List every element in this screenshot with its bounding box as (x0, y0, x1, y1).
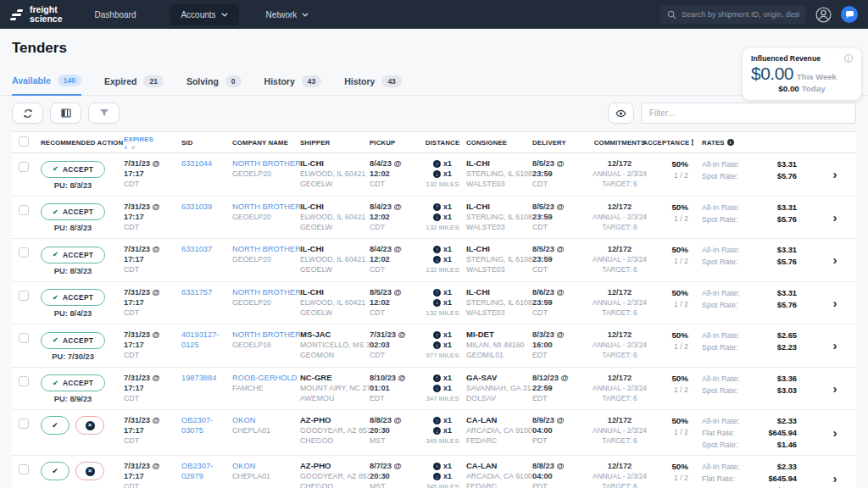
tab-history[interactable]: History 43 (264, 75, 322, 95)
row-checkbox[interactable] (19, 419, 29, 429)
eye-icon (615, 109, 626, 118)
row-checkbox[interactable] (19, 162, 29, 172)
company-link[interactable]: NORTH BROTHERS MA (232, 287, 300, 297)
rate-value: $5.76 (777, 256, 797, 268)
info-icon[interactable]: i (692, 139, 693, 146)
chevron-right-icon[interactable]: › (833, 472, 837, 485)
col-pickup[interactable]: PICKUP (370, 139, 419, 147)
chevron-right-icon[interactable]: › (833, 168, 837, 180)
chevron-right-icon[interactable]: › (833, 339, 837, 352)
rate-value: $1.46 (777, 439, 797, 451)
nav-accounts-label: Accounts (181, 10, 215, 19)
col-sid[interactable]: SID (181, 139, 232, 147)
col-commitments[interactable]: COMMITMENTS (590, 139, 649, 147)
row-expand-cell: › (814, 197, 856, 239)
tab-history-2[interactable]: History 43 (344, 75, 402, 95)
accept-button[interactable]: ✔ ACCEPT (41, 332, 105, 349)
reject-button[interactable]: × (75, 462, 104, 480)
company-link[interactable]: NORTH BROTHERS MA (232, 244, 300, 254)
accept-check-button[interactable]: ✔ (41, 462, 70, 480)
rate-value: $3.36 (777, 373, 797, 385)
chevron-right-icon[interactable]: › (833, 297, 837, 309)
company-link[interactable]: NORTH BROTHERS MA (232, 330, 300, 340)
sid-link[interactable]: 6331039 (181, 202, 232, 212)
sid-link[interactable]: 6331757 (181, 287, 232, 297)
row-checkbox[interactable] (19, 333, 29, 343)
chevron-right-icon[interactable]: › (833, 426, 837, 439)
accept-button[interactable]: ✔ ACCEPT (41, 289, 105, 306)
table-row[interactable]: ✔ ACCEPT PU: 8/3/23 ✔ × 7/31/23 @ 17:17 … (12, 153, 856, 197)
table-row[interactable]: ✔ ACCEPT ✔ × 7/31/23 @ 17:17 CDT OB2307-… (12, 456, 856, 488)
sid-link[interactable]: OB2307-03075 (181, 415, 232, 435)
sid-link[interactable]: 19873884 (181, 373, 232, 383)
sort-desc-icon[interactable]: ∨ (131, 145, 136, 150)
col-shipper[interactable]: SHIPPER (300, 139, 370, 147)
visibility-button[interactable] (608, 103, 634, 124)
reject-button[interactable]: × (75, 416, 104, 435)
chat-button[interactable] (841, 6, 858, 23)
table-row[interactable]: ✔ ACCEPT PU: 8/9/23 ✔ × 7/31/23 @ 17:17 … (12, 368, 856, 411)
rate-value: $2.23 (777, 341, 797, 353)
sid-link[interactable]: 40193127-0125 (181, 330, 232, 350)
tab-available[interactable]: Available 140 (12, 75, 81, 96)
global-search-input[interactable] (660, 5, 806, 24)
filter-button[interactable] (88, 103, 120, 124)
company-link[interactable]: NORTH BROTHERS MA (232, 202, 300, 212)
commitment-ratio: 12/172 (590, 330, 649, 340)
table-row[interactable]: ✔ ACCEPT ✔ × 7/31/23 @ 17:17 CDT OB2307-… (12, 410, 856, 456)
delivery-date: 8/5/23 @ (532, 202, 590, 212)
consignee-city: MILAN, MI 48160 (466, 340, 532, 350)
company-link[interactable]: OKON (232, 461, 300, 471)
nav-network[interactable]: Network (266, 10, 309, 19)
sid-link[interactable]: OB2307-02979 (181, 461, 232, 481)
col-expires[interactable]: EXPIRES ∧ ∨ (124, 136, 181, 150)
nav-accounts[interactable]: Accounts (170, 4, 238, 25)
sid-link[interactable]: 6331044 (181, 158, 232, 169)
tab-expired[interactable]: Expired 21 (104, 75, 164, 95)
tab-solving[interactable]: Solving 0 (186, 75, 242, 95)
refresh-button[interactable] (12, 103, 43, 124)
chevron-right-icon[interactable]: › (833, 211, 837, 224)
delivery-timezone: PDT (532, 435, 590, 446)
accept-check-button[interactable]: ✔ (41, 416, 70, 435)
drop-count: x1 (443, 255, 452, 264)
table-row[interactable]: ✔ ACCEPT PU: 8/3/23 ✔ × 7/31/23 @ 17:17 … (12, 239, 856, 282)
col-distance[interactable]: DISTANCE (419, 139, 466, 147)
accept-button[interactable]: ✔ ACCEPT (41, 203, 105, 220)
rates-cell: All-In Rate:$3.36Spot Rate:$3.03 (700, 368, 814, 401)
company-link[interactable]: NORTH BROTHERS MA (232, 158, 300, 169)
filter-input[interactable] (641, 103, 856, 124)
chevron-right-icon[interactable]: › (833, 382, 837, 395)
consignee-code: DOLSAV (466, 393, 532, 403)
nav-dashboard[interactable]: Dashboard (95, 10, 136, 19)
chevron-right-icon[interactable]: › (833, 253, 837, 266)
brand-logo[interactable]: freight science (10, 5, 63, 25)
pickup-stop-icon: ↑ (433, 246, 441, 253)
col-company-name[interactable]: COMPANY NAME (232, 139, 300, 147)
accept-button[interactable]: ✔ ACCEPT (41, 247, 105, 263)
columns-button[interactable] (50, 103, 81, 124)
select-all-checkbox[interactable] (19, 136, 29, 147)
info-icon[interactable]: i (727, 139, 734, 146)
row-checkbox[interactable] (19, 247, 29, 258)
row-checkbox[interactable] (19, 205, 29, 215)
accept-button[interactable]: ✔ ACCEPT (41, 161, 105, 178)
accept-button[interactable]: ✔ ACCEPT (41, 374, 105, 391)
row-checkbox[interactable] (19, 376, 29, 386)
col-recommended-action[interactable]: RECOMMENDED ACTION (34, 139, 124, 147)
col-acceptance[interactable]: ACCEPTANCE i (649, 139, 700, 147)
sid-link[interactable]: 6331037 (181, 244, 232, 254)
table-row[interactable]: ✔ ACCEPT PU: 8/4/23 ✔ × 7/31/23 @ 17:17 … (12, 282, 856, 325)
info-icon[interactable]: i (844, 54, 853, 63)
row-checkbox[interactable] (19, 291, 29, 301)
company-link[interactable]: ROOB-GERHOLD (232, 373, 300, 383)
table-row[interactable]: ✔ ACCEPT PU: 8/3/23 ✔ × 7/31/23 @ 17:17 … (12, 197, 856, 240)
col-rates[interactable]: RATES i (700, 139, 814, 147)
col-delivery[interactable]: DELIVERY (532, 139, 590, 147)
user-avatar-icon[interactable] (815, 7, 832, 23)
row-checkbox[interactable] (19, 464, 29, 474)
sort-asc-icon[interactable]: ∧ (124, 145, 128, 150)
table-row[interactable]: ✔ ACCEPT PU: 7/30/23 ✔ × 7/31/23 @ 17:17… (12, 324, 856, 368)
company-link[interactable]: OKON (232, 415, 300, 425)
col-consignee[interactable]: CONSIGNEE (466, 139, 532, 147)
